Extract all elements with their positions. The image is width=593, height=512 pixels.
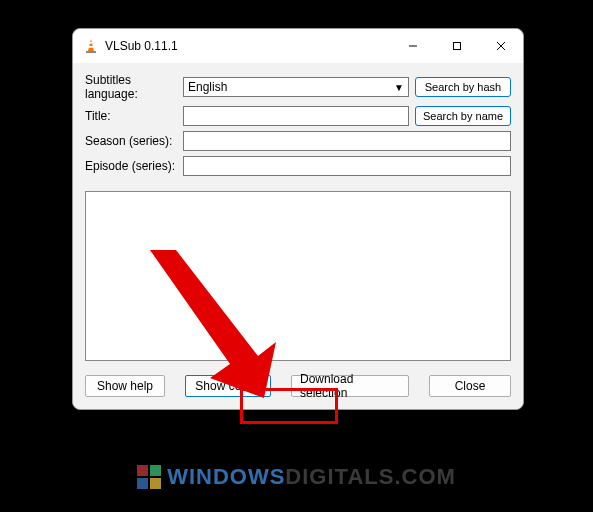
watermark: WindowsDigitals.com [0, 464, 593, 490]
dropdown-caret-icon: ▼ [394, 82, 404, 93]
svg-rect-2 [88, 46, 93, 48]
episode-input[interactable] [183, 156, 511, 176]
language-value: English [188, 80, 227, 94]
search-form: Subtitles language: English ▼ Search by … [85, 73, 511, 187]
results-list[interactable] [85, 191, 511, 361]
watermark-text-2: Digitals.com [285, 464, 455, 489]
svg-marker-0 [88, 39, 94, 51]
close-window-button[interactable] [479, 29, 523, 63]
language-select[interactable]: English ▼ [183, 77, 409, 97]
watermark-text-1: Windows [167, 464, 285, 489]
download-selection-button[interactable]: Download selection [291, 375, 409, 397]
window-controls [391, 29, 523, 63]
button-bar: Show help Show config Download selection… [85, 375, 511, 397]
content-area: Subtitles language: English ▼ Search by … [73, 63, 523, 409]
svg-rect-1 [89, 42, 93, 44]
title-input[interactable] [183, 106, 409, 126]
show-config-button[interactable]: Show config [185, 375, 271, 397]
svg-rect-5 [454, 43, 461, 50]
season-label: Season (series): [85, 134, 183, 148]
svg-rect-3 [86, 51, 96, 53]
search-by-name-button[interactable]: Search by name [415, 106, 511, 126]
window-title: VLSub 0.11.1 [105, 39, 178, 53]
watermark-logo-icon [137, 465, 161, 489]
season-input[interactable] [183, 131, 511, 151]
maximize-button[interactable] [435, 29, 479, 63]
close-button[interactable]: Close [429, 375, 511, 397]
vlc-cone-icon [83, 38, 99, 54]
search-by-hash-button[interactable]: Search by hash [415, 77, 511, 97]
titlebar[interactable]: VLSub 0.11.1 [73, 29, 523, 63]
title-label: Title: [85, 109, 183, 123]
vlsub-window: VLSub 0.11.1 Subtitles language: English… [72, 28, 524, 410]
show-help-button[interactable]: Show help [85, 375, 165, 397]
minimize-button[interactable] [391, 29, 435, 63]
episode-label: Episode (series): [85, 159, 183, 173]
language-label: Subtitles language: [85, 73, 183, 101]
